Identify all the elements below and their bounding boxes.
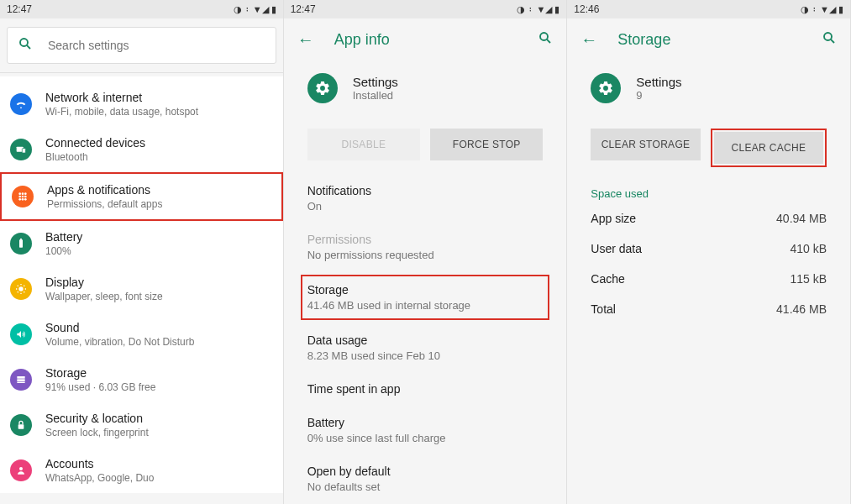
svg-point-8 <box>22 196 24 198</box>
storage-row: App size40.94 MB <box>567 203 850 234</box>
gear-icon <box>591 73 621 103</box>
status-time: 12:46 <box>574 3 599 15</box>
detail-item[interactable]: Battery0% use since last full charge <box>307 406 544 454</box>
sound-icon <box>10 323 32 345</box>
divider <box>0 72 283 73</box>
status-time: 12:47 <box>7 3 32 15</box>
status-bar: 12:47 ◑ ᛬ ▼◢ ▮ <box>0 0 283 18</box>
settings-item-battery[interactable]: Battery100% <box>0 221 283 266</box>
svg-point-4 <box>18 192 21 195</box>
app-summary-row: Settings 9 <box>567 61 850 115</box>
search-settings-box[interactable] <box>7 27 276 64</box>
app-status: Installed <box>353 89 398 102</box>
detail-title: Data usage <box>307 333 544 347</box>
status-time: 12:47 <box>291 3 316 15</box>
item-title: Battery <box>45 230 82 244</box>
disable-button: DISABLE <box>307 129 420 160</box>
action-buttons: DISABLE FORCE STOP <box>284 115 567 174</box>
svg-point-5 <box>22 192 24 195</box>
svg-rect-19 <box>18 424 24 428</box>
storage-row: User data410 kB <box>567 234 850 264</box>
detail-item[interactable]: Storage41.46 MB used in internal storage <box>301 275 550 320</box>
app-status: 9 <box>636 89 681 102</box>
detail-title: Time spent in app <box>307 382 544 396</box>
app-summary-text: Settings 9 <box>636 75 681 102</box>
battery-icon <box>10 233 32 255</box>
settings-item-sound[interactable]: SoundVolume, vibration, Do Not Disturb <box>0 312 283 357</box>
clear-storage-button[interactable]: CLEAR STORAGE <box>591 129 700 160</box>
app-name: Settings <box>636 75 681 89</box>
settings-item-accounts[interactable]: AccountsWhatsApp, Google, Duo <box>0 448 283 493</box>
svg-point-15 <box>18 286 23 291</box>
gear-icon <box>307 73 338 103</box>
back-arrow-icon[interactable]: ← <box>297 30 314 50</box>
app-summary-row: Settings Installed <box>284 61 567 115</box>
detail-item[interactable]: Data usage8.23 MB used since Feb 10 <box>307 323 544 372</box>
svg-point-11 <box>22 198 24 201</box>
back-arrow-icon[interactable]: ← <box>580 30 597 50</box>
wifi-icon <box>10 93 32 115</box>
search-input[interactable] <box>48 39 265 52</box>
svg-point-0 <box>20 39 28 46</box>
settings-item-display[interactable]: DisplayWallpaper, sleep, font size <box>0 266 283 312</box>
svg-line-22 <box>547 39 550 43</box>
storage-key: Total <box>591 302 616 316</box>
svg-rect-3 <box>22 149 25 153</box>
storage-key: Cache <box>591 272 624 286</box>
storage-details: App size40.94 MBUser data410 kBCache115 … <box>567 203 850 324</box>
svg-point-23 <box>824 33 832 40</box>
search-icon[interactable] <box>538 30 553 50</box>
header-title: Storage <box>617 31 822 49</box>
detail-item: PermissionsNo permissions requested <box>307 223 544 271</box>
detail-subtitle: 0% use since last full charge <box>307 432 544 444</box>
item-subtitle: Screen lock, fingerprint <box>45 427 149 438</box>
section-space-used: Space used <box>567 181 850 203</box>
settings-item-devices[interactable]: Connected devicesBluetooth <box>0 127 283 172</box>
item-subtitle: Wi-Fi, mobile, data usage, hotspot <box>45 106 198 118</box>
search-icon[interactable] <box>822 30 837 50</box>
detail-item[interactable]: Time spent in app <box>307 372 544 406</box>
item-subtitle: 91% used · 6.03 GB free <box>45 381 155 393</box>
detail-item[interactable]: NotificationsOn <box>307 174 544 223</box>
item-subtitle: Permissions, default apps <box>47 198 162 210</box>
storage-key: App size <box>591 212 636 225</box>
status-icons: ◑ ᛬ ▼◢ ▮ <box>517 4 559 15</box>
svg-rect-13 <box>19 239 23 247</box>
settings-item-apps[interactable]: Apps & notificationsPermissions, default… <box>0 172 283 221</box>
app-info-panel: 12:47 ◑ ᛬ ▼◢ ▮ ← App info Settings Insta… <box>284 0 568 504</box>
svg-point-6 <box>24 192 27 195</box>
item-title: Network & internet <box>45 91 198 104</box>
accounts-icon <box>10 459 32 481</box>
settings-item-wifi[interactable]: Network & internetWi-Fi, mobile, data us… <box>0 81 283 127</box>
clear-cache-button[interactable]: CLEAR CACHE <box>714 132 823 164</box>
detail-item[interactable]: Open by defaultNo defaults set <box>307 454 544 503</box>
storage-header: ← Storage <box>567 18 850 61</box>
svg-line-24 <box>831 39 834 43</box>
svg-rect-18 <box>17 382 24 383</box>
app-detail-list: NotificationsOnPermissionsNo permissions… <box>284 174 567 503</box>
detail-title: Notifications <box>307 184 544 197</box>
item-subtitle: Bluetooth <box>45 151 145 163</box>
svg-point-9 <box>24 196 27 198</box>
item-subtitle: Volume, vibration, Do Not Disturb <box>45 336 194 348</box>
settings-main-panel: 12:47 ◑ ᛬ ▼◢ ▮ Network & internetWi-Fi, … <box>0 0 284 504</box>
storage-value: 115 kB <box>790 272 827 286</box>
settings-item-lock[interactable]: Security & locationScreen lock, fingerpr… <box>0 402 283 448</box>
app-info-header: ← App info <box>284 18 567 61</box>
detail-subtitle: 41.46 MB used in internal storage <box>307 299 544 312</box>
detail-subtitle: 8.23 MB used since Feb 10 <box>307 349 544 362</box>
header-title: App info <box>334 31 538 49</box>
force-stop-button[interactable]: FORCE STOP <box>430 129 543 160</box>
storage-action-buttons: CLEAR STORAGE CLEAR CACHE <box>567 115 850 181</box>
storage-value: 41.46 MB <box>776 302 827 316</box>
svg-rect-14 <box>20 239 22 239</box>
settings-item-storage[interactable]: Storage91% used · 6.03 GB free <box>0 357 283 402</box>
search-icon <box>18 36 33 55</box>
status-bar: 12:46 ◑ ᛬ ▼◢ ▮ <box>567 0 850 18</box>
item-title: Accounts <box>45 457 154 470</box>
detail-subtitle: No defaults set <box>307 480 544 493</box>
svg-point-10 <box>18 198 21 201</box>
detail-title: Permissions <box>307 233 544 246</box>
status-icons: ◑ ᛬ ▼◢ ▮ <box>801 4 843 15</box>
item-title: Security & location <box>45 412 149 425</box>
